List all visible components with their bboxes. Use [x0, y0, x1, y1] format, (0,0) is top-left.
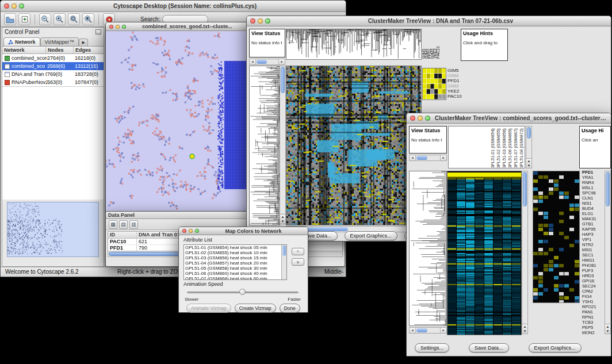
minimize-icon[interactable]: [12, 3, 17, 9]
close-icon[interactable]: [410, 116, 415, 121]
treeview-button[interactable]: Export Graphics...: [345, 231, 397, 240]
main-window-titlebar[interactable]: Cytoscape Desktop (Session Name: collins…: [1, 1, 346, 12]
attribute-item[interactable]: GPL51-01 (GSM854) heat shock 05 min: [184, 245, 281, 250]
zoom-out-icon[interactable]: [39, 13, 51, 25]
gene-label: GIM5: [447, 68, 462, 73]
close-icon[interactable]: [4, 3, 9, 9]
zoom-in-icon[interactable]: [53, 13, 66, 25]
scroll-right-icon[interactable]: ▸: [278, 59, 285, 64]
network-overview-thumbnail[interactable]: [7, 202, 99, 257]
row-dendrogram[interactable]: [249, 66, 280, 225]
scroll-left-icon[interactable]: ◂: [250, 59, 256, 64]
expression-heatmap[interactable]: [447, 171, 522, 335]
dialog-button[interactable]: Done: [280, 304, 300, 313]
column-dendrogram[interactable]: [286, 29, 422, 60]
window-controls: [247, 18, 270, 24]
dialog-titlebar[interactable]: Map Colors to Network: [179, 227, 308, 235]
minimize-icon[interactable]: [258, 18, 263, 24]
network-view-titlebar[interactable]: combined_scores_good.txt--cluste...: [106, 22, 248, 31]
import-file-icon[interactable]: [18, 13, 30, 25]
dialog-button[interactable]: Create Vizmap: [235, 304, 276, 313]
create-attribute-icon[interactable]: ▤: [119, 220, 128, 229]
scroll-arrows[interactable]: ▲▼: [605, 324, 610, 334]
float-panel-icon[interactable]: [95, 29, 101, 35]
zoom-window-icon[interactable]: [195, 229, 199, 233]
scrollbar-thumb[interactable]: [281, 67, 285, 93]
scroll-left-icon[interactable]: ◂: [410, 155, 416, 160]
tab-overflow-icon[interactable]: ▶: [79, 39, 87, 46]
attribute-item[interactable]: GPL51-05 (GSM858) heat shock 30 min: [184, 266, 281, 271]
attribute-item[interactable]: GPL51-03 (GSM856) heat shock 15 min: [184, 255, 281, 260]
scrollbar-thumb[interactable]: [257, 60, 267, 64]
array-column-labels: GPL51-01 (GSM854)GPL51-02 (GSM855)GPL51-…: [490, 127, 525, 168]
treeview-combined-titlebar[interactable]: ClusterMaker TreeView : combined_scores_…: [407, 113, 611, 124]
treeview-button[interactable]: Export Graphics...: [529, 343, 582, 352]
dialog-button[interactable]: Animate Vizmap: [186, 304, 231, 313]
scrollbar-thumb[interactable]: [416, 156, 427, 160]
zoom-fit-icon[interactable]: [68, 13, 80, 25]
treeview-button[interactable]: Save Data...: [469, 343, 509, 352]
attribute-batch-icon[interactable]: ▥: [129, 220, 138, 229]
scroll-arrows[interactable]: ▲▼: [280, 214, 285, 224]
correlation-matrix[interactable]: [422, 68, 446, 100]
move-down-button[interactable]: v: [292, 258, 304, 266]
close-icon[interactable]: [250, 18, 255, 24]
horizontal-scrollbar[interactable]: ◂ ▸: [409, 155, 447, 161]
overview-canvas[interactable]: [7, 202, 98, 256]
scroll-left-icon[interactable]: ◂: [410, 328, 416, 333]
attribute-list[interactable]: GPL51-01 (GSM854) heat shock 05 minGPL51…: [183, 244, 287, 280]
vertical-scrollbar[interactable]: ▲▼: [522, 171, 528, 334]
vertical-scrollbar[interactable]: ▲▼: [605, 171, 611, 334]
network-tree-row[interactable]: combined_scores 2764(0) 16218(0): [2, 54, 104, 62]
open-folder-icon[interactable]: [4, 13, 16, 25]
horizontal-scrollbar[interactable]: ◂ ▸: [249, 59, 285, 65]
zoom-window-icon[interactable]: [19, 3, 24, 9]
vertical-scrollbar[interactable]: [281, 245, 286, 279]
minimize-icon[interactable]: [189, 229, 193, 233]
treeview-button[interactable]: Settings...: [415, 343, 449, 352]
minimize-icon[interactable]: [418, 116, 423, 121]
scrollbar-thumb[interactable]: [606, 172, 610, 206]
zoom-window-icon[interactable]: [425, 116, 430, 121]
tab-vizmapper[interactable]: VizMapper™: [40, 37, 79, 46]
treeview-dna-titlebar[interactable]: ClusterMaker TreeView : DNA and Tran 07-…: [247, 16, 611, 26]
scrollbar-thumb[interactable]: [416, 328, 427, 332]
array-column-label: GPL51-03 (GSM856): [502, 127, 507, 168]
zoom-window-icon[interactable]: [122, 25, 126, 29]
vertical-scrollbar[interactable]: ▲▼: [280, 66, 286, 224]
network-canvas[interactable]: [106, 31, 248, 212]
select-attributes-icon[interactable]: ▦: [109, 220, 117, 229]
row-dendrogram[interactable]: [409, 171, 447, 326]
scroll-arrows[interactable]: ▲▼: [522, 324, 527, 334]
scrollbar-track[interactable]: [256, 59, 278, 64]
slider-thumb[interactable]: [239, 289, 246, 295]
scroll-arrows[interactable]: ▲▼: [526, 158, 531, 168]
scrollbar-track[interactable]: [416, 155, 440, 160]
scroll-right-icon[interactable]: ▸: [440, 155, 446, 160]
zoom-heatmap[interactable]: [533, 171, 580, 303]
move-up-button[interactable]: ^: [292, 248, 304, 255]
minimize-icon[interactable]: [116, 25, 120, 29]
zoom-selected-icon[interactable]: [82, 13, 94, 25]
network-view-title: combined_scores_good.txt--cluste...: [126, 24, 248, 29]
tab-network[interactable]: Network: [3, 37, 40, 46]
scrollbar-thumb[interactable]: [523, 172, 527, 206]
scrollbar-track[interactable]: [416, 328, 440, 333]
attribute-item[interactable]: GPL51-04 (GSM857) heat shock 20 min: [184, 260, 281, 266]
close-icon[interactable]: [109, 25, 113, 29]
animation-speed-slider[interactable]: [185, 288, 301, 296]
close-icon[interactable]: [182, 229, 186, 233]
attribute-item[interactable]: GPL51-07 (GSM868) heat shock 60 min: [184, 276, 281, 280]
vertical-scrollbar[interactable]: ▲▼: [526, 126, 532, 168]
scrollbar-thumb[interactable]: [282, 246, 286, 256]
network-tree-row[interactable]: combined_sco 2569(6) 13112(15): [2, 62, 104, 70]
network-tree-row[interactable]: DNA and Tran 07 769(0) 183728(0): [2, 70, 104, 78]
attribute-item[interactable]: GPL51-06 (GSM860) heat shock 40 min: [184, 271, 281, 276]
expression-heatmap[interactable]: [286, 66, 422, 225]
network-tree-row[interactable]: RNAPuberNov2 563(0) 107847(0): [2, 78, 104, 86]
scrollbar-thumb[interactable]: [527, 127, 531, 139]
scroll-right-icon[interactable]: ▸: [440, 328, 446, 333]
horizontal-scrollbar[interactable]: ◂ ▸: [409, 327, 447, 334]
attribute-item[interactable]: GPL51-02 (GSM855) heat shock 10 min: [184, 250, 281, 255]
zoom-window-icon[interactable]: [265, 18, 270, 24]
